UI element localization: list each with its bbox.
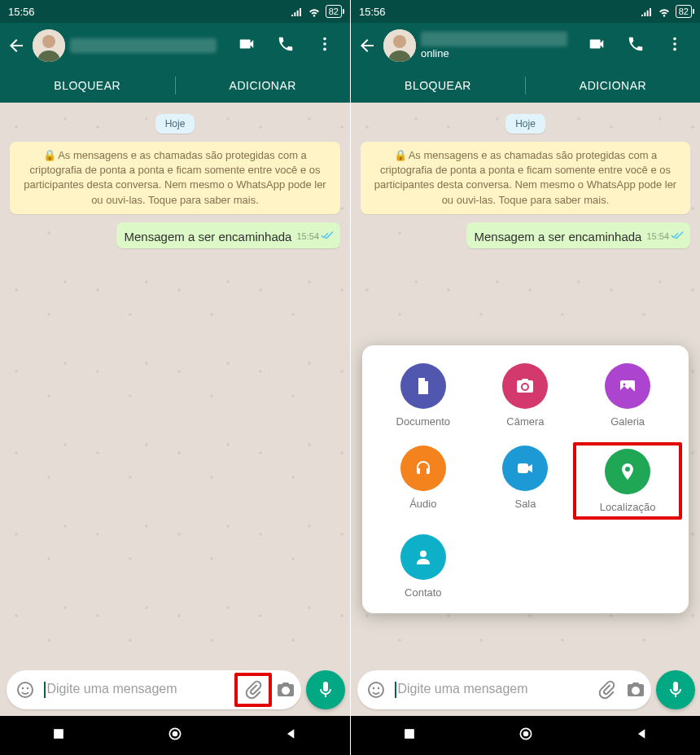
- wifi-icon: [308, 5, 321, 18]
- svg-point-26: [378, 687, 380, 690]
- arrow-left-icon: [7, 36, 26, 55]
- contact-title-area[interactable]: online: [421, 32, 583, 59]
- svg-point-15: [393, 35, 406, 48]
- svg-point-18: [673, 48, 676, 51]
- paperclip-icon: [597, 680, 616, 700]
- back-button[interactable]: [5, 36, 28, 55]
- svg-point-21: [623, 384, 626, 386]
- date-chip: Hoje: [155, 114, 195, 134]
- headphones-icon: [413, 459, 433, 478]
- svg-point-4: [323, 42, 326, 46]
- triangle-left-icon: [634, 726, 650, 742]
- voice-message-button[interactable]: [306, 670, 345, 709]
- signal-icon: [640, 5, 653, 18]
- camera-button[interactable]: [275, 679, 296, 700]
- attach-room[interactable]: Sala: [475, 446, 577, 516]
- more-vert-icon: [316, 35, 334, 53]
- message-time: 15:54: [296, 231, 319, 241]
- outgoing-message[interactable]: Mensagem a ser encaminhada 15:54: [466, 222, 690, 248]
- back-button[interactable]: [356, 36, 378, 55]
- add-contact-button[interactable]: ADICIONAR: [526, 68, 700, 103]
- svg-point-8: [27, 687, 29, 690]
- svg-point-6: [18, 683, 33, 697]
- attach-camera[interactable]: Câmera: [475, 363, 577, 428]
- more-vert-icon: [666, 35, 684, 53]
- svg-point-7: [22, 687, 24, 690]
- encryption-notice[interactable]: 🔒As mensagens e as chamadas são protegid…: [10, 142, 340, 214]
- input-bar: Digite uma mensagem: [0, 665, 350, 716]
- camera-button[interactable]: [625, 679, 646, 700]
- mic-icon: [666, 680, 685, 700]
- video-call-button[interactable]: [238, 35, 256, 56]
- battery-indicator: 82: [326, 5, 342, 18]
- chat-body: Hoje 🔒As mensagens e as chamadas são pro…: [351, 103, 700, 665]
- contact-title-area[interactable]: [70, 38, 233, 53]
- voice-call-button[interactable]: [277, 35, 295, 56]
- svg-point-19: [523, 384, 527, 389]
- message-text: Mensagem a ser encaminhada: [475, 230, 642, 244]
- svg-point-9: [283, 688, 288, 693]
- svg-point-23: [420, 551, 427, 557]
- triangle-left-icon: [283, 726, 300, 742]
- svg-point-5: [323, 48, 326, 51]
- message-text: Mensagem a ser encaminhada: [125, 230, 292, 244]
- svg-rect-28: [405, 729, 414, 739]
- message-input[interactable]: Digite uma mensagem: [7, 670, 301, 709]
- read-receipt-icon: [321, 229, 334, 244]
- emoji-button[interactable]: [15, 679, 36, 700]
- contact-status: online: [421, 48, 583, 59]
- message-input[interactable]: Digite uma mensagem: [357, 670, 651, 709]
- phone-icon: [627, 35, 645, 53]
- chat-header: [0, 23, 350, 68]
- date-chip: Hoje: [505, 114, 545, 134]
- block-button[interactable]: BLOQUEAR: [351, 68, 525, 103]
- attach-contact[interactable]: Contato: [372, 534, 475, 599]
- attachment-sheet: Documento Câmera Galeria Áudio Sala: [362, 345, 689, 613]
- circle-icon: [167, 726, 183, 742]
- back-nav-button[interactable]: [283, 726, 300, 745]
- attach-button[interactable]: [596, 679, 617, 700]
- camera-icon: [626, 680, 645, 700]
- recent-apps-button[interactable]: [50, 726, 67, 745]
- outgoing-message[interactable]: Mensagem a ser encaminhada 15:54: [116, 222, 340, 248]
- more-options-button[interactable]: [666, 35, 684, 56]
- chat-header: online: [351, 23, 700, 68]
- emoji-button[interactable]: [365, 679, 387, 700]
- attach-location[interactable]: Localização: [580, 449, 676, 513]
- svg-point-3: [323, 37, 326, 41]
- clock: 15:56: [359, 6, 386, 18]
- back-nav-button[interactable]: [634, 726, 650, 745]
- video-icon: [238, 35, 256, 53]
- block-button[interactable]: BLOQUEAR: [0, 68, 175, 103]
- person-icon: [413, 547, 433, 567]
- svg-point-16: [673, 37, 676, 41]
- add-contact-button[interactable]: ADICIONAR: [176, 68, 351, 103]
- attach-audio[interactable]: Áudio: [372, 446, 475, 516]
- recent-apps-button[interactable]: [401, 726, 418, 745]
- phone-icon: [277, 35, 295, 53]
- phone-screen-right: 15:56 82 online BLOQUEAR ADICIONAR: [350, 0, 700, 755]
- document-icon: [413, 376, 433, 396]
- svg-point-12: [173, 731, 178, 737]
- lock-icon: 🔒: [394, 148, 407, 163]
- chat-body: Hoje 🔒As mensagens e as chamadas são pro…: [0, 103, 350, 665]
- message-time: 15:54: [646, 231, 669, 241]
- home-button[interactable]: [167, 726, 183, 745]
- contact-avatar[interactable]: [33, 29, 65, 62]
- svg-point-27: [633, 688, 638, 693]
- svg-point-30: [523, 731, 528, 737]
- more-options-button[interactable]: [316, 35, 334, 56]
- attach-gallery[interactable]: Galeria: [576, 363, 679, 428]
- input-bar: Digite uma mensagem: [351, 665, 700, 716]
- attach-document[interactable]: Documento: [372, 363, 475, 428]
- lock-icon: 🔒: [43, 148, 56, 163]
- contact-avatar[interactable]: [383, 29, 416, 62]
- unknown-contact-action-bar: BLOQUEAR ADICIONAR: [0, 68, 350, 103]
- attach-button[interactable]: [243, 679, 264, 700]
- voice-message-button[interactable]: [656, 670, 695, 709]
- home-button[interactable]: [518, 726, 534, 745]
- video-call-button[interactable]: [588, 35, 606, 56]
- voice-call-button[interactable]: [627, 35, 645, 56]
- encryption-notice[interactable]: 🔒As mensagens e as chamadas são protegid…: [361, 142, 690, 214]
- location-pin-icon: [618, 462, 637, 481]
